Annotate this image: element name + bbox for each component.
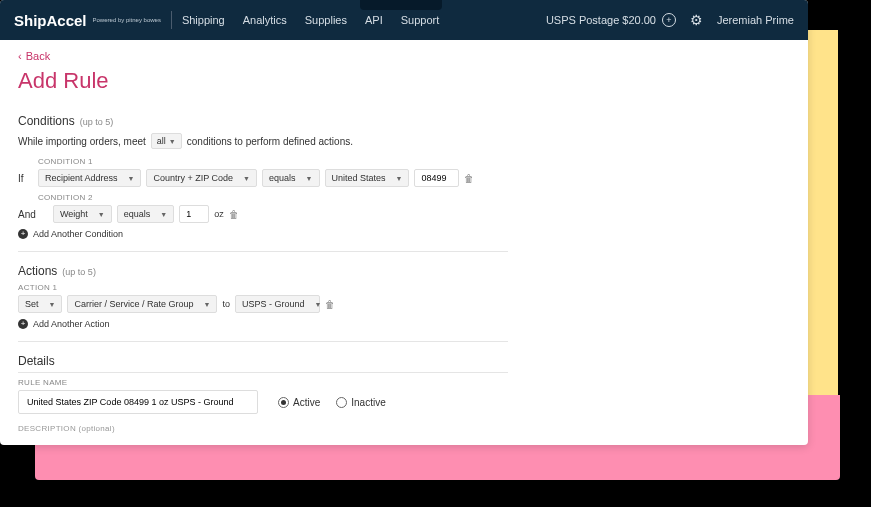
conditions-limit: (up to 5) <box>80 117 114 127</box>
page-content: ‹ Back Add Rule Conditions (up to 5) Whi… <box>0 40 808 445</box>
condition-1-prefix: If <box>18 173 33 184</box>
condition-2-delete-icon[interactable]: 🗑 <box>229 209 239 220</box>
status-inactive-label: Inactive <box>351 397 385 408</box>
status-active-radio[interactable]: Active <box>278 397 320 408</box>
actions-limit: (up to 5) <box>62 267 96 277</box>
main-nav: Shipping Analytics Supplies API Support <box>182 14 439 26</box>
conditions-intro-before: While importing orders, meet <box>18 136 146 147</box>
conditions-heading: Conditions <box>18 114 75 128</box>
plus-icon: + <box>18 229 28 239</box>
add-condition-button[interactable]: + Add Another Condition <box>18 229 508 239</box>
rule-name-input[interactable] <box>18 390 258 414</box>
description-label: DESCRIPTION (optional) <box>18 424 508 433</box>
rule-name-label: RULE NAME <box>18 378 508 387</box>
settings-icon[interactable]: ⚙ <box>690 12 703 28</box>
add-action-button[interactable]: + Add Another Action <box>18 319 508 329</box>
condition-1-zip-input[interactable] <box>414 169 459 187</box>
action-1-delete-icon[interactable]: 🗑 <box>325 299 335 310</box>
action-1-field-select[interactable]: Carrier / Service / Rate Group▼ <box>67 295 217 313</box>
chevron-left-icon: ‹ <box>18 50 22 62</box>
condition-1-subfield-select[interactable]: Country + ZIP Code▼ <box>146 169 257 187</box>
user-name[interactable]: Jeremiah Prime <box>717 14 794 26</box>
caret-down-icon: ▼ <box>169 138 176 145</box>
nav-shipping[interactable]: Shipping <box>182 14 225 26</box>
condition-1-field-select[interactable]: Recipient Address▼ <box>38 169 141 187</box>
nav-supplies[interactable]: Supplies <box>305 14 347 26</box>
status-active-label: Active <box>293 397 320 408</box>
back-link[interactable]: ‹ Back <box>18 50 790 62</box>
add-condition-label: Add Another Condition <box>33 229 123 239</box>
condition-2-field-select[interactable]: Weight▼ <box>53 205 112 223</box>
logo: ShipAccel <box>14 12 87 29</box>
add-action-label: Add Another Action <box>33 319 110 329</box>
postage-balance[interactable]: USPS Postage $20.00 + <box>546 13 676 27</box>
back-label: Back <box>26 50 50 62</box>
condition-2-prefix: And <box>18 209 48 220</box>
plus-icon: + <box>18 319 28 329</box>
action-1-to: to <box>222 299 230 309</box>
action-1-value-select[interactable]: USPS - Ground▼ <box>235 295 320 313</box>
details-heading: Details <box>18 354 55 368</box>
conditions-intro-after: conditions to perform defined actions. <box>187 136 353 147</box>
condition-2-label: CONDITION 2 <box>38 193 508 202</box>
app-window: ShipAccel Powered by pitney bowes Shippi… <box>0 0 808 445</box>
browser-tab-decoration <box>360 0 442 10</box>
nav-support[interactable]: Support <box>401 14 440 26</box>
nav-analytics[interactable]: Analytics <box>243 14 287 26</box>
details-section: Details RULE NAME Active Inactive DESCRI… <box>18 354 508 433</box>
condition-1-country-select[interactable]: United States▼ <box>325 169 410 187</box>
condition-2-value-input[interactable] <box>179 205 209 223</box>
condition-2-unit: oz <box>214 209 224 219</box>
nav-api[interactable]: API <box>365 14 383 26</box>
status-inactive-radio[interactable]: Inactive <box>336 397 385 408</box>
postage-label: USPS Postage $20.00 <box>546 14 656 26</box>
page-title: Add Rule <box>18 68 790 94</box>
actions-section: Actions (up to 5) ACTION 1 Set▼ Carrier … <box>18 264 508 342</box>
action-1-label: ACTION 1 <box>18 283 508 292</box>
actions-heading: Actions <box>18 264 57 278</box>
match-mode-value: all <box>157 136 166 146</box>
action-1-verb-select[interactable]: Set▼ <box>18 295 62 313</box>
logo-subtext: Powered by pitney bowes <box>93 17 161 23</box>
condition-2-operator-select[interactable]: equals▼ <box>117 205 174 223</box>
condition-1-delete-icon[interactable]: 🗑 <box>464 173 474 184</box>
condition-1-label: CONDITION 1 <box>38 157 508 166</box>
divider <box>171 11 172 29</box>
conditions-section: Conditions (up to 5) While importing ord… <box>18 114 508 252</box>
logo-text: ShipAccel <box>14 12 87 29</box>
match-mode-select[interactable]: all ▼ <box>151 133 182 149</box>
add-postage-icon[interactable]: + <box>662 13 676 27</box>
condition-1-operator-select[interactable]: equals▼ <box>262 169 319 187</box>
